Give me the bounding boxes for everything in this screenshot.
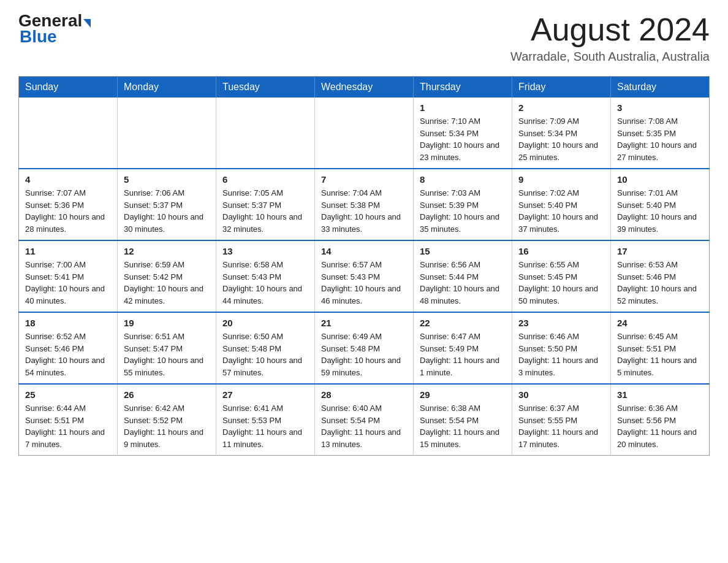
- day-info: Sunrise: 7:01 AMSunset: 5:40 PMDaylight:…: [617, 187, 703, 235]
- calendar-cell: 16Sunrise: 6:55 AMSunset: 5:45 PMDayligh…: [512, 240, 611, 312]
- day-number: 8: [420, 174, 506, 185]
- day-info: Sunrise: 7:10 AMSunset: 5:34 PMDaylight:…: [420, 115, 506, 163]
- calendar-cell: 1Sunrise: 7:10 AMSunset: 5:34 PMDaylight…: [414, 98, 512, 169]
- day-info: Sunrise: 6:47 AMSunset: 5:49 PMDaylight:…: [420, 331, 506, 378]
- day-number: 11: [25, 246, 111, 256]
- calendar-cell: 23Sunrise: 6:46 AMSunset: 5:50 PMDayligh…: [512, 312, 611, 384]
- calendar-cell: 30Sunrise: 6:37 AMSunset: 5:55 PMDayligh…: [512, 384, 611, 456]
- day-info: Sunrise: 6:53 AMSunset: 5:46 PMDaylight:…: [617, 259, 703, 307]
- calendar-week-row: 4Sunrise: 7:07 AMSunset: 5:36 PMDaylight…: [19, 169, 710, 240]
- calendar-cell: 7Sunrise: 7:04 AMSunset: 5:38 PMDaylight…: [315, 169, 414, 240]
- day-number: 23: [518, 318, 604, 328]
- day-info: Sunrise: 6:59 AMSunset: 5:42 PMDaylight:…: [124, 259, 210, 307]
- day-number: 21: [321, 318, 407, 328]
- day-info: Sunrise: 7:00 AMSunset: 5:41 PMDaylight:…: [25, 259, 111, 307]
- day-number: 29: [420, 389, 506, 400]
- col-sunday: Sunday: [19, 77, 118, 98]
- day-number: 7: [321, 174, 407, 185]
- day-info: Sunrise: 6:50 AMSunset: 5:48 PMDaylight:…: [222, 331, 308, 378]
- day-info: Sunrise: 7:02 AMSunset: 5:40 PMDaylight:…: [518, 187, 604, 235]
- day-number: 14: [321, 246, 407, 256]
- calendar-cell: 21Sunrise: 6:49 AMSunset: 5:48 PMDayligh…: [315, 312, 414, 384]
- location-title: Warradale, South Australia, Australia: [510, 50, 710, 64]
- calendar-cell: 3Sunrise: 7:08 AMSunset: 5:35 PMDaylight…: [611, 98, 710, 169]
- day-number: 17: [617, 246, 703, 256]
- day-info: Sunrise: 6:49 AMSunset: 5:48 PMDaylight:…: [321, 331, 407, 378]
- day-info: Sunrise: 7:07 AMSunset: 5:36 PMDaylight:…: [25, 187, 111, 235]
- day-info: Sunrise: 6:41 AMSunset: 5:53 PMDaylight:…: [222, 402, 308, 450]
- calendar-week-row: 1Sunrise: 7:10 AMSunset: 5:34 PMDaylight…: [19, 98, 710, 169]
- calendar-cell: [315, 98, 414, 169]
- day-number: 12: [124, 246, 210, 256]
- day-info: Sunrise: 6:38 AMSunset: 5:54 PMDaylight:…: [420, 402, 506, 450]
- col-thursday: Thursday: [414, 77, 512, 98]
- calendar-cell: [216, 98, 315, 169]
- day-number: 18: [25, 318, 111, 328]
- day-number: 4: [25, 174, 111, 185]
- day-number: 22: [420, 318, 506, 328]
- logo-blue: Blue: [18, 27, 57, 47]
- day-number: 15: [420, 246, 506, 256]
- calendar-cell: 14Sunrise: 6:57 AMSunset: 5:43 PMDayligh…: [315, 240, 414, 312]
- day-info: Sunrise: 7:05 AMSunset: 5:37 PMDaylight:…: [222, 187, 308, 235]
- day-info: Sunrise: 7:06 AMSunset: 5:37 PMDaylight:…: [124, 187, 210, 235]
- calendar-cell: 18Sunrise: 6:52 AMSunset: 5:46 PMDayligh…: [19, 312, 118, 384]
- day-info: Sunrise: 6:55 AMSunset: 5:45 PMDaylight:…: [518, 259, 604, 307]
- calendar-cell: 12Sunrise: 6:59 AMSunset: 5:42 PMDayligh…: [118, 240, 216, 312]
- calendar-week-row: 18Sunrise: 6:52 AMSunset: 5:46 PMDayligh…: [19, 312, 710, 384]
- calendar-cell: [19, 98, 118, 169]
- calendar-cell: 2Sunrise: 7:09 AMSunset: 5:34 PMDaylight…: [512, 98, 611, 169]
- day-info: Sunrise: 7:03 AMSunset: 5:39 PMDaylight:…: [420, 187, 506, 235]
- calendar-week-row: 25Sunrise: 6:44 AMSunset: 5:51 PMDayligh…: [19, 384, 710, 456]
- day-number: 3: [617, 102, 703, 113]
- calendar-cell: 4Sunrise: 7:07 AMSunset: 5:36 PMDaylight…: [19, 169, 118, 240]
- day-info: Sunrise: 6:42 AMSunset: 5:52 PMDaylight:…: [124, 402, 210, 450]
- calendar-week-row: 11Sunrise: 7:00 AMSunset: 5:41 PMDayligh…: [19, 240, 710, 312]
- col-saturday: Saturday: [611, 77, 710, 98]
- calendar-cell: 6Sunrise: 7:05 AMSunset: 5:37 PMDaylight…: [216, 169, 315, 240]
- day-info: Sunrise: 6:58 AMSunset: 5:43 PMDaylight:…: [222, 259, 308, 307]
- calendar-cell: 26Sunrise: 6:42 AMSunset: 5:52 PMDayligh…: [118, 384, 216, 456]
- day-number: 1: [420, 102, 506, 113]
- day-info: Sunrise: 7:08 AMSunset: 5:35 PMDaylight:…: [617, 115, 703, 163]
- col-wednesday: Wednesday: [315, 77, 414, 98]
- calendar-cell: 20Sunrise: 6:50 AMSunset: 5:48 PMDayligh…: [216, 312, 315, 384]
- day-info: Sunrise: 6:56 AMSunset: 5:44 PMDaylight:…: [420, 259, 506, 307]
- calendar-cell: 27Sunrise: 6:41 AMSunset: 5:53 PMDayligh…: [216, 384, 315, 456]
- calendar-cell: 10Sunrise: 7:01 AMSunset: 5:40 PMDayligh…: [611, 169, 710, 240]
- day-info: Sunrise: 6:40 AMSunset: 5:54 PMDaylight:…: [321, 402, 407, 450]
- logo: General Blue: [18, 12, 91, 47]
- calendar-table: Sunday Monday Tuesday Wednesday Thursday…: [18, 76, 710, 456]
- calendar-cell: 29Sunrise: 6:38 AMSunset: 5:54 PMDayligh…: [414, 384, 512, 456]
- calendar-cell: 8Sunrise: 7:03 AMSunset: 5:39 PMDaylight…: [414, 169, 512, 240]
- col-friday: Friday: [512, 77, 611, 98]
- day-number: 2: [518, 102, 604, 113]
- day-info: Sunrise: 6:37 AMSunset: 5:55 PMDaylight:…: [518, 402, 604, 450]
- title-area: August 2024 Warradale, South Australia, …: [510, 12, 710, 64]
- day-number: 5: [124, 174, 210, 185]
- day-number: 31: [617, 389, 703, 400]
- day-number: 16: [518, 246, 604, 256]
- day-number: 25: [25, 389, 111, 400]
- logo-arrow-icon: [83, 19, 91, 28]
- calendar-cell: 31Sunrise: 6:36 AMSunset: 5:56 PMDayligh…: [611, 384, 710, 456]
- day-number: 26: [124, 389, 210, 400]
- day-info: Sunrise: 7:04 AMSunset: 5:38 PMDaylight:…: [321, 187, 407, 235]
- calendar-cell: 17Sunrise: 6:53 AMSunset: 5:46 PMDayligh…: [611, 240, 710, 312]
- calendar-cell: 5Sunrise: 7:06 AMSunset: 5:37 PMDaylight…: [118, 169, 216, 240]
- day-info: Sunrise: 6:36 AMSunset: 5:56 PMDaylight:…: [617, 402, 703, 450]
- day-info: Sunrise: 6:51 AMSunset: 5:47 PMDaylight:…: [124, 331, 210, 378]
- day-number: 30: [518, 389, 604, 400]
- calendar-header-row: Sunday Monday Tuesday Wednesday Thursday…: [19, 77, 710, 98]
- day-info: Sunrise: 6:44 AMSunset: 5:51 PMDaylight:…: [25, 402, 111, 450]
- calendar-cell: 28Sunrise: 6:40 AMSunset: 5:54 PMDayligh…: [315, 384, 414, 456]
- day-number: 10: [617, 174, 703, 185]
- day-info: Sunrise: 6:46 AMSunset: 5:50 PMDaylight:…: [518, 331, 604, 378]
- day-info: Sunrise: 6:45 AMSunset: 5:51 PMDaylight:…: [617, 331, 703, 378]
- day-number: 6: [222, 174, 308, 185]
- calendar-cell: 19Sunrise: 6:51 AMSunset: 5:47 PMDayligh…: [118, 312, 216, 384]
- day-info: Sunrise: 6:57 AMSunset: 5:43 PMDaylight:…: [321, 259, 407, 307]
- day-number: 20: [222, 318, 308, 328]
- calendar-cell: 15Sunrise: 6:56 AMSunset: 5:44 PMDayligh…: [414, 240, 512, 312]
- month-title: August 2024: [510, 12, 710, 47]
